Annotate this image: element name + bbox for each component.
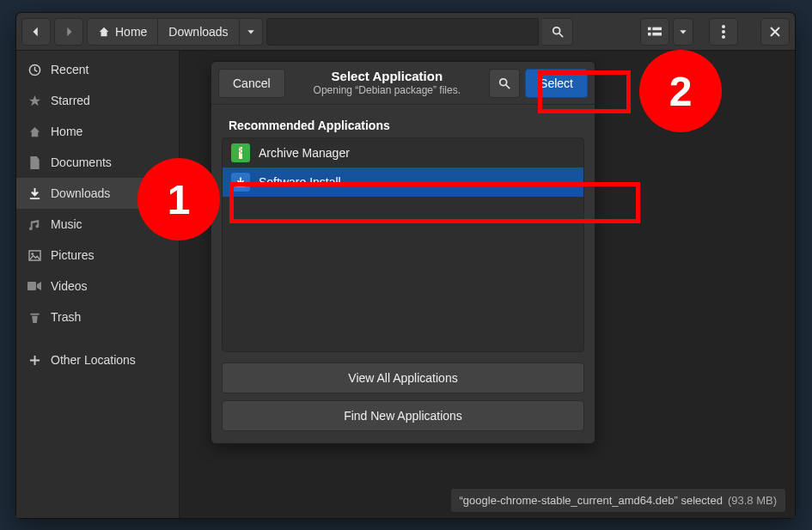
svg-rect-4 (648, 32, 651, 35)
hamburger-menu-button[interactable] (709, 18, 738, 46)
plus-icon (27, 355, 42, 366)
select-button[interactable]: Select (525, 69, 588, 98)
find-new-applications-button[interactable]: Find New Applications (222, 400, 584, 431)
breadcrumb-home[interactable]: Home (87, 18, 158, 46)
video-icon (27, 281, 42, 291)
svg-line-16 (506, 84, 510, 88)
view-all-applications-button[interactable]: View All Applications (222, 362, 584, 393)
status-text: “google-chrome-stable_current_amd64.deb”… (460, 494, 723, 507)
svg-point-8 (722, 35, 725, 39)
sidebar-item-label: Pictures (51, 248, 95, 262)
dialog-body: Recommended Applications Archive Manager (211, 105, 595, 359)
svg-rect-21 (241, 152, 242, 154)
cancel-button[interactable]: Cancel (218, 69, 285, 98)
svg-rect-22 (236, 186, 246, 187)
status-size: (93.8 MB) (728, 494, 777, 507)
view-all-label: View All Applications (348, 371, 457, 385)
star-icon (27, 94, 42, 107)
sidebar-item-starred[interactable]: Starred (16, 85, 179, 116)
svg-line-1 (559, 33, 562, 36)
clock-icon (27, 64, 42, 76)
svg-point-7 (722, 30, 725, 34)
recommended-apps-list: Archive Manager Software Install (222, 137, 584, 352)
chevron-down-icon (679, 27, 687, 36)
search-button[interactable] (542, 18, 573, 46)
svg-rect-20 (239, 150, 241, 152)
dialog-subtitle: Opening “Debian package” files. (285, 84, 489, 96)
app-label: Software Install (259, 175, 341, 189)
svg-rect-2 (648, 27, 651, 30)
search-icon (552, 26, 564, 38)
app-row-software-install[interactable]: Software Install (223, 168, 583, 197)
svg-rect-10 (29, 198, 39, 199)
svg-point-6 (722, 25, 725, 28)
svg-rect-13 (27, 282, 36, 290)
main-pane: Cancel Select Application Opening “Debia… (180, 51, 795, 518)
search-icon (498, 77, 510, 89)
back-button[interactable] (21, 18, 51, 46)
sidebar-item-label: Recent (51, 63, 89, 76)
svg-rect-19 (241, 149, 242, 150)
sidebar-item-label: Downloads (51, 186, 110, 200)
select-application-dialog: Cancel Select Application Opening “Debia… (211, 61, 595, 444)
toolbar: Home Downloads (16, 13, 795, 51)
dialog-footer: View All Applications Find New Applicati… (211, 359, 595, 443)
picture-icon (27, 250, 42, 261)
arrow-left-icon (30, 26, 42, 38)
sidebar-item-recent[interactable]: Recent (16, 54, 179, 85)
cancel-label: Cancel (233, 76, 271, 90)
list-view-icon (648, 26, 662, 38)
svg-rect-18 (239, 147, 241, 149)
home-icon (27, 125, 42, 138)
svg-point-0 (553, 27, 559, 34)
app-list-empty-area (223, 197, 583, 351)
install-icon (231, 173, 250, 192)
select-label: Select (540, 76, 573, 90)
window-body: Recent Starred Home Documents Downloads … (16, 51, 795, 518)
sidebar-item-pictures[interactable]: Pictures (16, 240, 179, 271)
sidebar-item-music[interactable]: Music (16, 209, 179, 240)
breadcrumb-downloads[interactable]: Downloads (158, 18, 239, 46)
sidebar-item-label: Music (51, 217, 82, 231)
breadcrumb-menu-button[interactable] (240, 18, 263, 46)
annotation-badge-2: 2 (639, 50, 722, 132)
forward-button[interactable] (54, 18, 83, 46)
chevron-down-icon (247, 27, 255, 36)
archive-icon (231, 143, 250, 162)
recommended-apps-heading: Recommended Applications (222, 113, 584, 137)
download-icon (27, 187, 42, 200)
location-input[interactable] (266, 18, 539, 46)
arrow-right-icon (63, 26, 75, 38)
sidebar-item-label: Videos (51, 279, 88, 293)
sidebar: Recent Starred Home Documents Downloads … (16, 51, 180, 518)
sidebar-item-label: Other Locations (51, 353, 136, 367)
breadcrumb-home-label: Home (115, 25, 147, 39)
sidebar-item-label: Home (51, 125, 82, 138)
sidebar-item-documents[interactable]: Documents (16, 147, 179, 178)
sidebar-item-label: Starred (51, 94, 90, 107)
status-bar: “google-chrome-stable_current_amd64.deb”… (450, 488, 786, 513)
sidebar-item-videos[interactable]: Videos (16, 271, 179, 302)
app-row-archive-manager[interactable]: Archive Manager (223, 138, 583, 168)
dialog-search-button[interactable] (489, 69, 520, 98)
sidebar-item-home[interactable]: Home (16, 116, 179, 147)
svg-rect-14 (30, 313, 39, 314)
view-menu-button[interactable] (673, 18, 693, 46)
file-manager-window: Home Downloads (15, 12, 796, 519)
kebab-icon (722, 25, 725, 39)
view-list-button[interactable] (640, 18, 669, 46)
breadcrumb: Home Downloads (87, 18, 263, 46)
sidebar-item-downloads[interactable]: Downloads (16, 178, 179, 209)
sidebar-item-trash[interactable]: Trash (16, 302, 179, 332)
close-window-button[interactable] (760, 18, 790, 46)
svg-rect-3 (652, 27, 662, 30)
app-label: Archive Manager (259, 146, 350, 160)
trash-icon (27, 311, 42, 324)
dialog-title: Select Application (285, 69, 489, 84)
sidebar-item-other-locations[interactable]: Other Locations (16, 344, 179, 375)
dialog-title-block: Select Application Opening “Debian packa… (285, 69, 489, 96)
svg-rect-5 (652, 32, 662, 35)
dialog-header: Cancel Select Application Opening “Debia… (211, 62, 595, 105)
find-new-label: Find New Applications (344, 409, 462, 423)
svg-point-15 (500, 78, 507, 85)
